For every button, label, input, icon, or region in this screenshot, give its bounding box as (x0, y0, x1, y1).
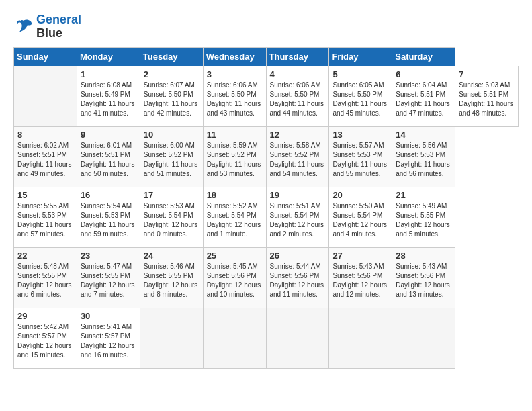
day-27: 27Sunrise: 5:43 AM Sunset: 5:56 PM Dayli… (329, 247, 392, 308)
day-info: Sunrise: 5:48 AM Sunset: 5:55 PM Dayligh… (17, 262, 73, 300)
day-info: Sunrise: 6:00 AM Sunset: 5:52 PM Dayligh… (144, 141, 200, 179)
column-header-friday: Friday (329, 47, 392, 66)
day-19: 19Sunrise: 5:51 AM Sunset: 5:54 PM Dayli… (266, 187, 329, 247)
logo-icon (13, 17, 34, 37)
empty-cell (14, 66, 77, 126)
day-info: Sunrise: 5:53 AM Sunset: 5:54 PM Dayligh… (144, 201, 200, 239)
day-info: Sunrise: 5:43 AM Sunset: 5:56 PM Dayligh… (396, 262, 451, 300)
day-15: 15Sunrise: 5:55 AM Sunset: 5:53 PM Dayli… (14, 187, 77, 247)
day-number: 11 (207, 130, 263, 140)
day-26: 26Sunrise: 5:44 AM Sunset: 5:56 PM Dayli… (266, 247, 329, 308)
day-info: Sunrise: 5:57 AM Sunset: 5:53 PM Dayligh… (332, 141, 388, 179)
day-info: Sunrise: 6:06 AM Sunset: 5:50 PM Dayligh… (270, 81, 326, 118)
day-28: 28Sunrise: 5:43 AM Sunset: 5:56 PM Dayli… (392, 247, 455, 308)
day-info: Sunrise: 6:08 AM Sunset: 5:49 PM Dayligh… (81, 81, 136, 118)
calendar-table: SundayMondayTuesdayWednesdayThursdayFrid… (13, 47, 519, 369)
day-13: 13Sunrise: 5:57 AM Sunset: 5:53 PM Dayli… (329, 126, 392, 187)
day-info: Sunrise: 5:45 AM Sunset: 5:56 PM Dayligh… (207, 262, 263, 300)
day-number: 26 (270, 250, 326, 261)
day-number: 25 (207, 250, 263, 261)
day-number: 22 (17, 250, 73, 261)
empty-cell (392, 308, 455, 368)
week-row-4: 22Sunrise: 5:48 AM Sunset: 5:55 PM Dayli… (14, 247, 519, 308)
day-info: Sunrise: 6:03 AM Sunset: 5:51 PM Dayligh… (459, 81, 515, 118)
day-info: Sunrise: 5:51 AM Sunset: 5:54 PM Dayligh… (270, 201, 326, 239)
day-info: Sunrise: 5:55 AM Sunset: 5:53 PM Dayligh… (17, 201, 73, 239)
column-header-monday: Monday (77, 47, 140, 66)
column-header-saturday: Saturday (392, 47, 455, 66)
day-2: 2Sunrise: 6:07 AM Sunset: 5:50 PM Daylig… (140, 66, 203, 126)
day-info: Sunrise: 5:50 AM Sunset: 5:54 PM Dayligh… (332, 201, 388, 239)
day-1: 1Sunrise: 6:08 AM Sunset: 5:49 PM Daylig… (77, 66, 140, 126)
day-info: Sunrise: 6:01 AM Sunset: 5:51 PM Dayligh… (81, 141, 136, 179)
day-number: 16 (81, 190, 136, 200)
day-number: 4 (270, 69, 326, 79)
day-18: 18Sunrise: 5:52 AM Sunset: 5:54 PM Dayli… (203, 187, 266, 247)
header-row: SundayMondayTuesdayWednesdayThursdayFrid… (14, 47, 519, 66)
day-number: 14 (396, 130, 451, 140)
logo-text: GeneralBlue (36, 13, 81, 40)
day-24: 24Sunrise: 5:46 AM Sunset: 5:55 PM Dayli… (140, 247, 203, 308)
day-info: Sunrise: 5:44 AM Sunset: 5:56 PM Dayligh… (270, 262, 326, 300)
day-number: 29 (17, 311, 73, 321)
day-number: 17 (144, 190, 200, 200)
day-number: 24 (144, 250, 200, 261)
day-4: 4Sunrise: 6:06 AM Sunset: 5:50 PM Daylig… (266, 66, 329, 126)
day-number: 2 (144, 69, 200, 79)
day-number: 7 (459, 69, 515, 79)
day-number: 3 (207, 69, 263, 79)
day-number: 10 (144, 130, 200, 140)
week-row-2: 8Sunrise: 6:02 AM Sunset: 5:51 PM Daylig… (14, 126, 519, 187)
day-25: 25Sunrise: 5:45 AM Sunset: 5:56 PM Dayli… (203, 247, 266, 308)
day-info: Sunrise: 5:49 AM Sunset: 5:55 PM Dayligh… (396, 201, 451, 239)
day-info: Sunrise: 5:42 AM Sunset: 5:57 PM Dayligh… (17, 322, 73, 360)
day-29: 29Sunrise: 5:42 AM Sunset: 5:57 PM Dayli… (14, 308, 77, 368)
column-header-tuesday: Tuesday (140, 47, 203, 66)
day-info: Sunrise: 5:59 AM Sunset: 5:52 PM Dayligh… (207, 141, 263, 179)
day-info: Sunrise: 5:43 AM Sunset: 5:56 PM Dayligh… (332, 262, 388, 300)
day-number: 18 (207, 190, 263, 200)
day-number: 13 (332, 130, 388, 140)
day-info: Sunrise: 5:52 AM Sunset: 5:54 PM Dayligh… (207, 201, 263, 239)
day-12: 12Sunrise: 5:58 AM Sunset: 5:52 PM Dayli… (266, 126, 329, 187)
day-info: Sunrise: 6:05 AM Sunset: 5:50 PM Dayligh… (332, 81, 388, 118)
day-info: Sunrise: 5:54 AM Sunset: 5:53 PM Dayligh… (81, 201, 136, 239)
day-number: 15 (17, 190, 73, 200)
day-14: 14Sunrise: 5:56 AM Sunset: 5:53 PM Dayli… (392, 126, 455, 187)
empty-cell (203, 308, 266, 368)
day-30: 30Sunrise: 5:41 AM Sunset: 5:57 PM Dayli… (77, 308, 140, 368)
day-number: 21 (396, 190, 451, 200)
day-22: 22Sunrise: 5:48 AM Sunset: 5:55 PM Dayli… (14, 247, 77, 308)
day-7: 7Sunrise: 6:03 AM Sunset: 5:51 PM Daylig… (455, 66, 519, 126)
day-6: 6Sunrise: 6:04 AM Sunset: 5:51 PM Daylig… (392, 66, 455, 126)
day-20: 20Sunrise: 5:50 AM Sunset: 5:54 PM Dayli… (329, 187, 392, 247)
day-info: Sunrise: 6:02 AM Sunset: 5:51 PM Dayligh… (17, 141, 73, 179)
week-row-1: 1Sunrise: 6:08 AM Sunset: 5:49 PM Daylig… (14, 66, 519, 126)
day-10: 10Sunrise: 6:00 AM Sunset: 5:52 PM Dayli… (140, 126, 203, 187)
day-number: 12 (270, 130, 326, 140)
column-header-thursday: Thursday (266, 47, 329, 66)
page-header: GeneralBlue (13, 13, 519, 40)
day-info: Sunrise: 6:04 AM Sunset: 5:51 PM Dayligh… (396, 81, 451, 118)
day-info: Sunrise: 6:07 AM Sunset: 5:50 PM Dayligh… (144, 81, 200, 118)
day-number: 20 (332, 190, 388, 200)
column-header-sunday: Sunday (14, 47, 77, 66)
empty-cell (266, 308, 329, 368)
day-number: 28 (396, 250, 451, 261)
column-header-wednesday: Wednesday (203, 47, 266, 66)
day-number: 8 (17, 130, 73, 140)
day-11: 11Sunrise: 5:59 AM Sunset: 5:52 PM Dayli… (203, 126, 266, 187)
day-8: 8Sunrise: 6:02 AM Sunset: 5:51 PM Daylig… (14, 126, 77, 187)
day-9: 9Sunrise: 6:01 AM Sunset: 5:51 PM Daylig… (77, 126, 140, 187)
week-row-3: 15Sunrise: 5:55 AM Sunset: 5:53 PM Dayli… (14, 187, 519, 247)
day-info: Sunrise: 6:06 AM Sunset: 5:50 PM Dayligh… (207, 81, 263, 118)
day-info: Sunrise: 5:41 AM Sunset: 5:57 PM Dayligh… (81, 322, 136, 360)
empty-cell (329, 308, 392, 368)
day-info: Sunrise: 5:47 AM Sunset: 5:55 PM Dayligh… (81, 262, 136, 300)
day-16: 16Sunrise: 5:54 AM Sunset: 5:53 PM Dayli… (77, 187, 140, 247)
day-number: 1 (81, 69, 136, 79)
day-info: Sunrise: 5:56 AM Sunset: 5:53 PM Dayligh… (396, 141, 451, 179)
week-row-5: 29Sunrise: 5:42 AM Sunset: 5:57 PM Dayli… (14, 308, 519, 368)
day-number: 30 (81, 311, 136, 321)
logo: GeneralBlue (13, 13, 81, 40)
